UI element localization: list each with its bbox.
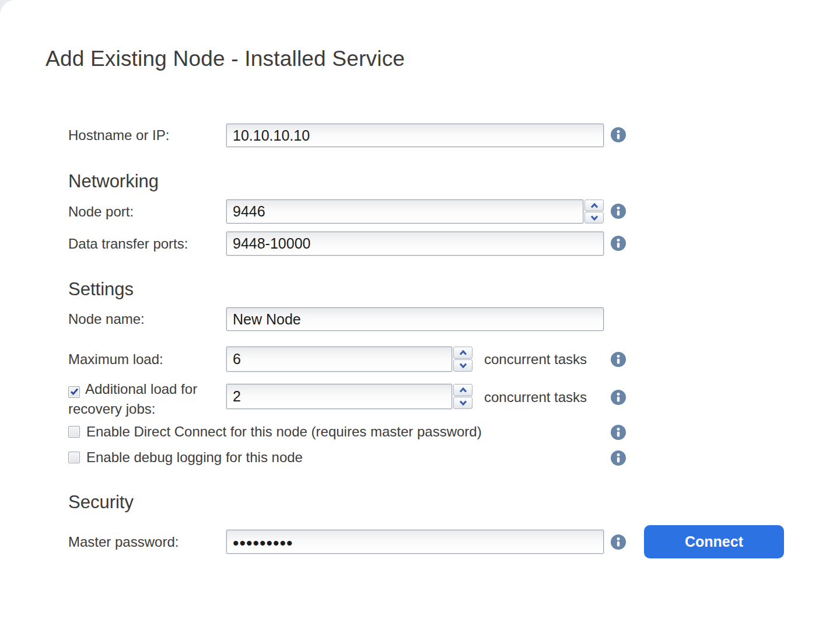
max-load-field — [226, 347, 473, 372]
info-icon[interactable] — [611, 450, 626, 466]
max-load-suffix: concurrent tasks — [484, 352, 587, 367]
max-load-spinner — [453, 347, 473, 372]
max-load-input[interactable] — [227, 351, 452, 368]
spinner-up-button[interactable] — [453, 384, 473, 396]
chevron-up-icon — [590, 201, 598, 210]
recovery-load-checkbox-row: Additional load for recovery jobs: — [68, 379, 225, 419]
master-password-input[interactable] — [227, 531, 603, 553]
recovery-load-input-box — [226, 384, 452, 409]
direct-connect-checkbox-row: Enable Direct Connect for this node (req… — [68, 424, 482, 440]
data-ports-input[interactable] — [227, 235, 603, 252]
info-icon[interactable] — [611, 390, 626, 405]
spinner-down-button[interactable] — [453, 359, 473, 372]
info-icon[interactable] — [611, 236, 626, 251]
debug-logging-checkbox[interactable] — [68, 452, 80, 463]
info-icon[interactable] — [611, 204, 626, 219]
data-ports-label: Data transfer ports: — [68, 235, 188, 253]
chevron-down-icon — [590, 214, 598, 222]
hostname-label: Hostname or IP: — [68, 127, 169, 144]
spinner-up-button[interactable] — [584, 200, 604, 211]
spinner-up-button[interactable] — [453, 347, 473, 359]
hostname-input[interactable] — [227, 127, 603, 144]
checkmark-icon — [70, 388, 79, 396]
hostname-field — [226, 124, 604, 147]
data-ports-input-box — [226, 232, 604, 256]
info-icon[interactable] — [611, 127, 626, 142]
recovery-load-field — [226, 384, 473, 409]
direct-connect-label: Enable Direct Connect for this node (req… — [86, 424, 482, 440]
recovery-load-label: Additional load for recovery jobs: — [68, 381, 197, 417]
info-icon[interactable] — [611, 425, 626, 440]
section-heading-settings: Settings — [68, 279, 134, 300]
section-heading-networking: Networking — [68, 171, 159, 192]
recovery-load-input[interactable] — [227, 388, 452, 405]
chevron-up-icon — [459, 348, 467, 357]
page-title: Add Existing Node - Installed Service — [46, 47, 405, 71]
spinner-down-button[interactable] — [453, 397, 473, 409]
node-port-input[interactable] — [227, 203, 583, 220]
chevron-down-icon — [459, 399, 467, 407]
info-icon[interactable] — [611, 534, 626, 550]
hostname-input-box — [226, 124, 604, 147]
info-icon[interactable] — [611, 352, 626, 367]
max-load-label: Maximum load: — [68, 351, 163, 368]
master-password-input-box — [226, 530, 604, 554]
debug-logging-checkbox-row: Enable debug logging for this node — [68, 449, 303, 466]
direct-connect-checkbox[interactable] — [68, 426, 80, 438]
recovery-load-checkbox[interactable] — [68, 386, 80, 398]
max-load-input-box — [226, 347, 452, 372]
chevron-up-icon — [459, 386, 467, 394]
spinner-down-button[interactable] — [584, 212, 604, 223]
recovery-load-spinner — [453, 384, 473, 409]
node-name-field — [226, 307, 604, 331]
connect-button[interactable]: Connect — [644, 525, 784, 558]
node-name-input-box — [226, 307, 604, 331]
master-password-label: Master password: — [68, 533, 178, 551]
node-port-label: Node port: — [68, 203, 134, 221]
chevron-down-icon — [459, 361, 467, 370]
section-heading-security: Security — [68, 492, 134, 513]
node-port-input-box — [226, 200, 583, 223]
debug-logging-label: Enable debug logging for this node — [86, 449, 303, 466]
node-name-label: Node name: — [68, 310, 145, 328]
node-name-input[interactable] — [227, 311, 603, 328]
data-ports-field — [226, 232, 604, 256]
node-port-spinner — [584, 200, 604, 223]
node-port-field — [226, 200, 604, 223]
master-password-field — [226, 530, 604, 554]
add-existing-node-dialog: Add Existing Node - Installed Service Ho… — [0, 0, 840, 629]
recovery-load-suffix: concurrent tasks — [484, 390, 587, 405]
